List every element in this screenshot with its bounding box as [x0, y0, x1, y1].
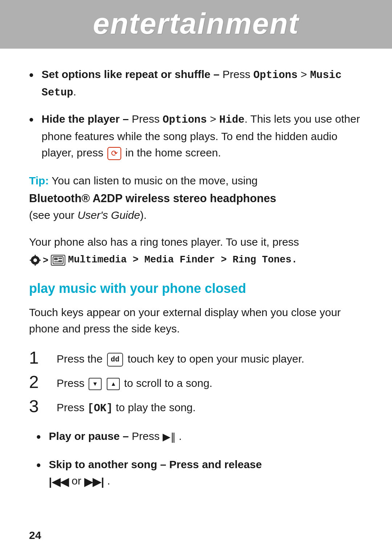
- step3-text-after: to play the song.: [113, 401, 196, 413]
- skip-period: .: [107, 475, 110, 487]
- tip-label: Tip:: [29, 175, 49, 187]
- sub-bullet-1: Play or pause – Press ▶‖ .: [36, 428, 363, 447]
- step3-code: [OK]: [87, 402, 113, 414]
- bullet2-text2: in the home screen.: [122, 147, 221, 159]
- tip-text: You can listen to music on the move, usi…: [52, 175, 258, 187]
- svg-rect-8: [58, 258, 62, 259]
- play-or-pause-period: .: [179, 430, 181, 442]
- nav-line: > Multimedia > Media Finder > Ring Tones…: [29, 252, 363, 268]
- play-pause-symbol: ▶‖: [163, 431, 176, 442]
- svg-rect-9: [58, 260, 62, 261]
- bullet1-sep1: >: [298, 68, 310, 80]
- bullet-text-1: Set options like repeat or shuffle – Pre…: [42, 66, 363, 101]
- nav-gt: >: [43, 253, 48, 268]
- nav-center-icon: [29, 254, 41, 266]
- multimedia-label: Multimedia > Media Finder > Ring Tones.: [68, 252, 297, 268]
- bullet2-sep: >: [207, 113, 219, 125]
- bullet2-bold: Hide the player –: [42, 113, 129, 125]
- svg-rect-10: [54, 261, 62, 262]
- tip-parens-end: ).: [140, 209, 147, 221]
- bullet1-end: .: [73, 86, 76, 98]
- tip-parens-start: (see your: [29, 209, 77, 221]
- bullet2-code2: Hide: [219, 114, 245, 126]
- dd-icon: dd: [107, 353, 123, 367]
- scroll-down-icon: ▼: [89, 378, 102, 390]
- tip-bold-line: Bluetooth® A2DP wireless stereo headphon…: [29, 190, 363, 207]
- skip-or: or: [72, 475, 84, 487]
- step-1: 1 Press the dd touch key to open your mu…: [29, 348, 363, 368]
- play-or-pause-text: Press: [132, 430, 163, 442]
- bullet2-regular: Press: [132, 113, 163, 125]
- ring-tones-intro: Your phone also has a ring tones player.…: [29, 236, 299, 248]
- multimedia-icon: [51, 255, 65, 266]
- step-3-num: 3: [29, 397, 51, 416]
- scroll-up-icon: ▲: [107, 378, 120, 390]
- bullet1-regular: Press: [222, 68, 253, 80]
- step-2-num: 2: [29, 373, 51, 392]
- step1-text-after: touch key to open your music player.: [127, 353, 304, 365]
- step-3: 3 Press [OK] to play the song.: [29, 397, 363, 417]
- numbered-steps: 1 Press the dd touch key to open your mu…: [29, 348, 363, 416]
- skip-back-symbol: |◀◀: [49, 476, 69, 488]
- skip-bold: Skip to another song – Press and release: [49, 458, 262, 470]
- svg-point-1: [33, 258, 37, 262]
- step-3-content: Press [OK] to play the song.: [57, 397, 196, 417]
- tip-italic: User's Guide: [77, 209, 140, 221]
- step3-text-before: Press: [57, 401, 87, 413]
- bullet1-code1: Options: [253, 69, 298, 81]
- bullet-item-1: Set options like repeat or shuffle – Pre…: [29, 66, 363, 101]
- bullet-item-2: Hide the player – Press Options > Hide. …: [29, 111, 363, 161]
- sub-bullet-2: Skip to another song – Press and release…: [36, 456, 363, 490]
- svg-rect-7: [54, 258, 58, 260]
- page-number: 24: [29, 529, 41, 541]
- sub-bullet-1-text: Play or pause – Press ▶‖ .: [49, 428, 182, 445]
- tip-parens: (see your User's Guide).: [29, 207, 363, 223]
- ring-tones-section: Your phone also has a ring tones player.…: [29, 233, 363, 268]
- sub-bullet-2-text: Skip to another song – Press and release…: [49, 456, 262, 490]
- bullet1-bold: Set options like repeat or shuffle –: [42, 68, 220, 80]
- play-or-pause-bold: Play or pause –: [49, 430, 129, 442]
- step-2-content: Press ▼ ▲ to scroll to a song.: [57, 373, 212, 391]
- page-header: entertainment: [0, 0, 392, 49]
- skip-fwd-symbol: ▶▶|: [84, 476, 104, 488]
- step-2: 2 Press ▼ ▲ to scroll to a song.: [29, 373, 363, 392]
- tip-section: Tip: You can listen to music on the move…: [29, 172, 363, 224]
- step2-text-after: to scroll to a song.: [124, 377, 212, 389]
- bullet-text-2: Hide the player – Press Options > Hide. …: [42, 111, 363, 161]
- step-1-content: Press the dd touch key to open your musi…: [57, 348, 304, 367]
- step-1-num: 1: [29, 348, 51, 368]
- bullet2-code1: Options: [163, 114, 207, 126]
- page-title: entertainment: [0, 7, 392, 41]
- touch-keys-desc: Touch keys appear on your external displ…: [29, 304, 363, 337]
- section-heading: play music with your phone closed: [29, 281, 363, 296]
- main-content: Set options like repeat or shuffle – Pre…: [0, 49, 392, 521]
- step2-text-before: Press: [57, 377, 87, 389]
- top-bullet-list: Set options like repeat or shuffle – Pre…: [29, 66, 363, 161]
- step1-text-before: Press the: [57, 353, 106, 365]
- sub-bullets: Play or pause – Press ▶‖ . Skip to anoth…: [36, 428, 363, 490]
- home-icon: ⟳: [107, 147, 121, 160]
